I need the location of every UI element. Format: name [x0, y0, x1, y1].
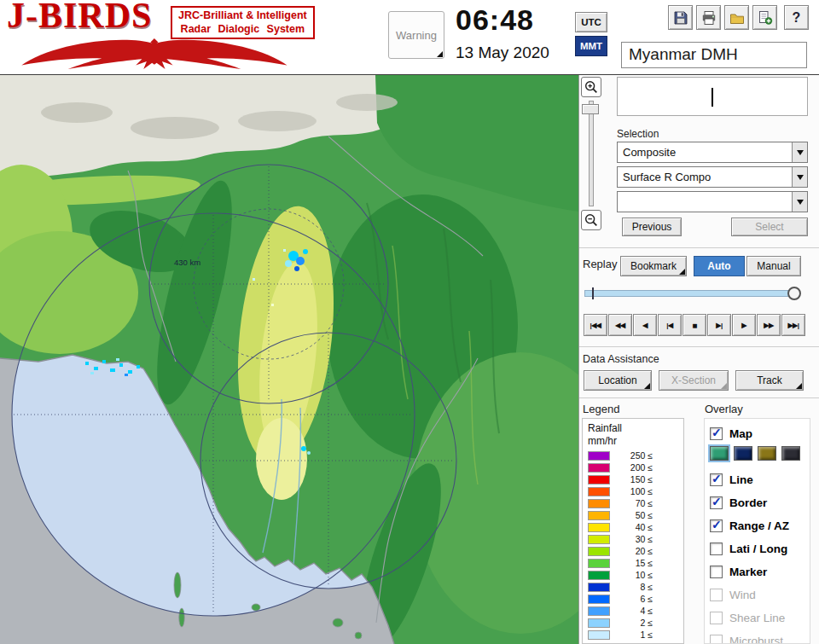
zoom-slider-thumb[interactable]	[582, 104, 599, 114]
step-forward-button[interactable]: ▶|	[707, 314, 731, 336]
map-checkbox[interactable]	[710, 427, 723, 440]
product-combo[interactable]: Surface R Compo	[617, 166, 808, 188]
extra-combo[interactable]	[617, 191, 808, 212]
chevron-down-icon[interactable]	[792, 142, 807, 162]
legend-row: 50 ≤	[583, 509, 683, 521]
print-button[interactable]	[696, 5, 721, 30]
skip-to-end-button[interactable]: ▶▶|	[781, 314, 805, 336]
eagle-logo-icon	[3, 38, 304, 70]
overlay-label: Overlay	[705, 403, 743, 415]
overlay-item-map[interactable]: Map	[710, 424, 810, 443]
help-button[interactable]: ?	[784, 5, 809, 30]
legend-row: 15 ≤	[583, 557, 683, 569]
x-section-button[interactable]: X-Section	[659, 370, 729, 391]
timeline-track[interactable]	[584, 290, 799, 297]
timeline-thumb[interactable]	[787, 287, 801, 300]
range-az-checkbox[interactable]	[710, 519, 723, 532]
chevron-down-icon[interactable]	[792, 192, 807, 212]
step-back-button[interactable]: |◀	[658, 314, 682, 336]
overlay-item-wind[interactable]: Wind	[710, 585, 810, 604]
shear-line-checkbox[interactable]	[710, 612, 723, 624]
product-combo-value: Surface R Compo	[618, 167, 792, 187]
legend-color-swatch	[588, 451, 610, 461]
divider	[579, 247, 819, 248]
legend-row: 250 ≤	[583, 450, 683, 461]
wind-checkbox[interactable]	[710, 589, 723, 601]
zoom-in-button[interactable]	[581, 77, 601, 97]
map-style-swatch-4[interactable]	[781, 446, 800, 461]
overlay-item-shear-line[interactable]: Shear Line	[710, 608, 810, 627]
station-search-input[interactable]	[617, 77, 808, 116]
marker-checkbox[interactable]	[710, 566, 723, 578]
clock-date: 13 May 2020	[456, 44, 549, 62]
overlay-item-line[interactable]: Line	[710, 470, 810, 489]
fast-forward-button[interactable]: ▶▶	[757, 314, 781, 336]
warning-button[interactable]: Warning	[388, 11, 444, 59]
text-caret	[712, 88, 713, 107]
data-assistance-label: Data Assistance	[583, 353, 659, 365]
legend-color-swatch	[588, 463, 610, 473]
bookmark-button[interactable]: Bookmark	[620, 256, 687, 276]
overlay-item-lati-long[interactable]: Lati / Long	[710, 539, 810, 558]
tagline-line-2: Radar Dialogic System	[178, 22, 307, 36]
track-button[interactable]: Track	[735, 370, 804, 391]
legend-row: 20 ≤	[583, 545, 683, 557]
legend-color-swatch	[588, 547, 610, 556]
divider	[579, 346, 819, 347]
legend-quantity: Rainfall	[588, 422, 683, 435]
export-plus-icon	[757, 9, 774, 26]
open-folder-button[interactable]	[724, 5, 749, 30]
select-button[interactable]: Select	[731, 218, 808, 236]
stop-button[interactable]: ■	[682, 314, 706, 336]
printer-icon	[700, 9, 717, 26]
export-button[interactable]	[752, 5, 777, 30]
composite-combo[interactable]: Composite	[617, 142, 808, 163]
map-style-swatch-3[interactable]	[758, 446, 776, 461]
location-button[interactable]: Location	[584, 370, 652, 391]
map-area: 430 km	[0, 75, 578, 644]
j-birds-app: J-BIRDS JRC-Brilliant & Intelligent Rada…	[0, 0, 819, 644]
save-button[interactable]	[668, 5, 693, 30]
legend-row: 8 ≤	[583, 581, 683, 593]
station-name-field[interactable]: Myanmar DMH	[621, 42, 807, 68]
fast-rewind-button[interactable]: ◀◀	[608, 314, 632, 336]
extra-combo-value	[618, 192, 792, 212]
legend-color-swatch	[588, 475, 610, 484]
selection-label: Selection	[617, 128, 659, 140]
previous-button[interactable]: Previous	[622, 218, 682, 236]
border-checkbox[interactable]	[710, 496, 723, 509]
zoom-out-button[interactable]	[581, 210, 601, 230]
play-button[interactable]: ▶	[732, 314, 756, 336]
microburst-checkbox[interactable]	[710, 635, 723, 644]
lati-long-checkbox[interactable]	[710, 542, 723, 555]
legend-row: 200 ≤	[583, 461, 683, 473]
magnifier-minus-icon	[584, 212, 599, 228]
line-checkbox[interactable]	[710, 473, 723, 486]
radar-map-image[interactable]	[0, 75, 578, 644]
legend-row: 40 ≤	[583, 521, 683, 533]
legend-color-swatch	[588, 571, 610, 580]
overlay-item-microburst[interactable]: Microburst	[710, 631, 810, 644]
overlay-item-border[interactable]: Border	[710, 493, 810, 512]
overlay-panel: Map Line Border Range / AZ Lati / Long	[704, 418, 810, 644]
map-style-swatch-2[interactable]	[734, 446, 752, 461]
logo-tagline: JRC-Brilliant & Intelligent Radar Dialog…	[171, 6, 315, 39]
utc-toggle-button[interactable]: UTC	[575, 12, 607, 32]
play-reverse-button[interactable]: ◀	[633, 314, 657, 336]
magnifier-plus-icon	[584, 79, 599, 95]
skip-to-start-button[interactable]: |◀◀	[584, 314, 607, 336]
legend-row: 70 ≤	[583, 497, 683, 509]
replay-timeline-slider	[584, 287, 799, 300]
legend-row: 6 ≤	[583, 593, 683, 605]
manual-mode-button[interactable]: Manual	[746, 256, 801, 276]
legend-color-swatch	[588, 511, 610, 520]
overlay-item-marker[interactable]: Marker	[710, 562, 810, 581]
map-style-swatch-1[interactable]	[710, 446, 729, 461]
overlay-item-range-az[interactable]: Range / AZ	[710, 516, 810, 535]
legend-row: 2 ≤	[583, 617, 683, 629]
auto-mode-button[interactable]: Auto	[694, 256, 745, 276]
zoom-slider-track[interactable]	[589, 101, 594, 206]
chevron-down-icon[interactable]	[792, 167, 807, 187]
mmt-toggle-button[interactable]: MMT	[575, 36, 607, 56]
clock-time: 06:48	[456, 3, 534, 37]
